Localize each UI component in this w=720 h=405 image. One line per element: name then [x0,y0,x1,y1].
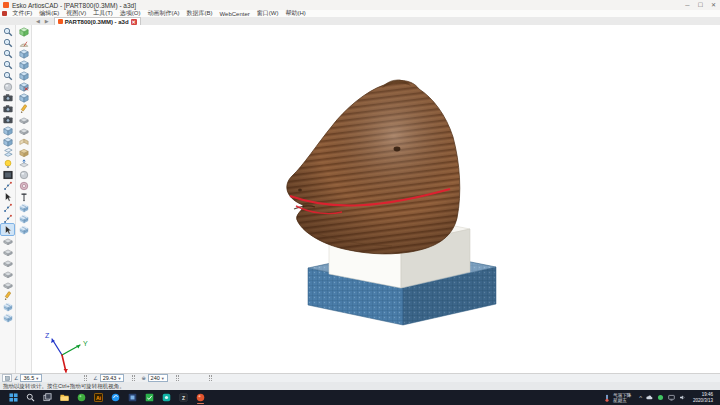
nostril [298,189,302,192]
3d-scene: Z Y [32,25,720,374]
hint-text: 拖动以旋转设计。按住Ctrl+拖动可旋转相机视角。 [3,383,125,390]
cube-tool-1[interactable] [17,48,30,59]
view-camera-tool[interactable] [1,103,14,114]
assembly-tool-2[interactable] [17,213,30,224]
measure-tool[interactable] [1,180,14,191]
menu-webcenter[interactable]: WebCenter [216,11,253,17]
cardboard-head-model[interactable] [287,79,460,253]
solid-cube-tool[interactable] [1,136,14,147]
cube-tool-2[interactable] [17,59,30,70]
app-z-icon[interactable]: Z [175,391,192,404]
move-point-tool[interactable] [1,202,14,213]
cloud-tray-icon[interactable] [646,394,653,401]
grid-cube-tool-2[interactable] [1,312,14,323]
toolbar-grip[interactable] [209,375,212,381]
zoom-out-tool[interactable] [1,48,14,59]
board-sheet-tool[interactable] [1,147,14,158]
3d-viewport[interactable]: Z Y [32,25,720,374]
tray-expand-icon[interactable]: ^ [639,395,642,401]
app-navy-icon[interactable] [124,391,141,404]
minimize-button[interactable]: ─ [681,0,694,10]
weather-widget[interactable]: 气温下降 星期五 [603,393,631,403]
app-green-square-icon[interactable] [141,391,158,404]
board-slab-tool-2[interactable] [1,246,14,257]
file-explorer-icon[interactable] [56,391,73,404]
fold-tool[interactable] [17,136,30,147]
delete-part-tool[interactable] [17,81,30,92]
app-teal-icon[interactable] [158,391,175,404]
toolbar-grip[interactable] [84,375,87,381]
app-blue-circle-icon[interactable] [107,391,124,404]
tab-scroll-left-icon[interactable]: ◀ [36,18,41,24]
app-green-ball-icon[interactable] [73,391,90,404]
board-tool-a[interactable] [17,114,30,125]
perspective-value: 240 [151,375,160,381]
cube-tool-3[interactable] [17,70,30,81]
render-screen-tool[interactable] [1,169,14,180]
speaker-tray-icon[interactable] [679,394,686,401]
zoom-window-tool[interactable] [1,26,14,37]
assembly-tool-3[interactable] [17,224,30,235]
angle-icon: ∠ [14,375,18,381]
draw-pencil-tool[interactable] [17,103,30,114]
toolbar-grip[interactable] [132,375,135,381]
light-source-tool[interactable] [1,158,14,169]
view-cube-tool[interactable] [1,125,14,136]
axis-triad: Z Y [45,332,88,372]
window-title: Esko ArtiosCAD - [PART800(0.3MM) - a3d] [12,2,136,9]
task-view-button[interactable] [39,391,56,404]
close-button[interactable]: ✕ [707,0,720,10]
board-slab-tool-1[interactable] [1,235,14,246]
zoom-in-tool[interactable] [1,37,14,48]
maximize-button[interactable]: ☐ [694,0,707,10]
document-icon[interactable] [2,11,7,16]
windows-taskbar: Ai Z 气温下降 星期五 ^ [0,390,720,405]
lift-part-tool[interactable] [17,158,30,169]
torus-tool[interactable] [17,180,30,191]
zoom-extents-tool[interactable] [1,59,14,70]
snapshot-camera-tool[interactable] [1,92,14,103]
tab-close-button[interactable]: ✕ [131,19,137,25]
protractor-tool[interactable] [17,37,30,48]
perspective-input[interactable]: 240 ▼ [148,374,168,382]
green-status-tray-icon[interactable] [657,394,664,401]
elevation-input[interactable]: 29.43 ▼ [100,374,125,382]
rotate-point-tool[interactable] [1,213,14,224]
board-slab-tool-3[interactable] [1,257,14,268]
extrude-green-tool[interactable] [17,26,30,37]
board-tool-b[interactable] [17,125,30,136]
assembly-tool-1[interactable] [17,202,30,213]
app-z-label: Z [182,395,185,401]
move-design-tool[interactable] [1,224,14,235]
taskbar-clock[interactable]: 19:46 2020/3/13 [693,392,715,403]
carton-tool[interactable] [17,147,30,158]
board-slab-tool-5[interactable] [1,279,14,290]
window-controls: ─ ☐ ✕ [681,0,720,10]
system-tray: 气温下降 星期五 ^ 19:46 2020/3/13 [603,392,715,403]
display-tray-icon[interactable] [668,394,675,401]
board-slab-tool-4[interactable] [1,268,14,279]
perspective-icon: ⊕ [141,375,145,381]
tab-scroll-right-icon[interactable]: ▶ [45,18,50,24]
copy-part-tool[interactable] [17,92,30,103]
search-icon[interactable] [22,391,39,404]
view-preset-button[interactable] [2,374,12,382]
orbit-tool[interactable] [1,81,14,92]
toolbar-grip[interactable] [176,375,179,381]
view-angle-value: 36.5 [23,375,34,381]
view-angle-input[interactable]: 36.5 ▼ [20,374,42,382]
start-button[interactable] [5,391,22,404]
grid-cube-tool-1[interactable] [1,301,14,312]
angle-dropdown-icon[interactable]: ▼ [35,376,39,381]
adobe-illustrator-icon[interactable]: Ai [90,391,107,404]
perspective-dropdown-icon[interactable]: ▼ [161,376,165,381]
elevation-dropdown-icon[interactable]: ▼ [117,376,121,381]
pin-tool[interactable] [17,191,30,202]
view-toolbar [0,25,16,374]
zoom-previous-tool[interactable] [1,70,14,81]
select-tool[interactable] [1,191,14,202]
sphere-tool[interactable] [17,169,30,180]
artioscad-taskbar-icon[interactable] [192,391,209,404]
animation-camera-tool[interactable] [1,114,14,125]
paint-brush-tool[interactable] [1,290,14,301]
